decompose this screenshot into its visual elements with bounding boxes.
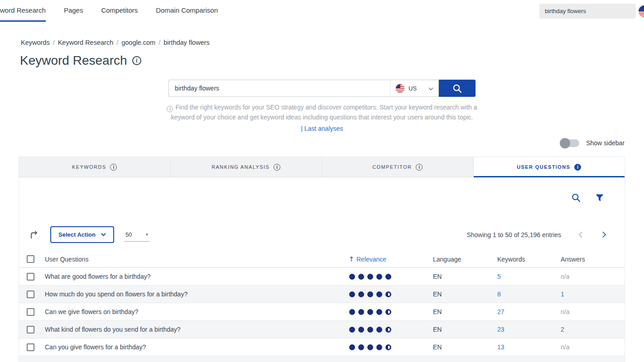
question-cell: Can you give flowers for a birthday? [45,343,349,351]
showing-entries-text: Showing 1 to 50 of 25,196 entries [466,231,561,238]
nav-item-pages[interactable]: Pages [64,0,83,22]
relevance-dot [349,344,355,350]
results-tabs: KEYWORDSRANKING ANALYSISCOMPETITORUSER Q… [19,157,625,177]
breadcrumb: Keywords/Keyword Research/google.com/bir… [21,39,644,46]
table-row: Can we give flowers on birthday?EN27n/a [19,303,625,321]
show-sidebar-label: Show sidebar [586,139,625,147]
country-code: US [409,85,417,92]
keywords-count-link[interactable]: 5 [497,273,501,280]
table-row: What are good flowers for a birthday?EN5… [19,268,625,286]
export-icon[interactable] [29,231,38,239]
page-title: Keyword Research [20,53,644,68]
relevance-dot [349,309,355,315]
relevance-dot [358,274,364,280]
keyword-input[interactable] [168,80,390,97]
tab-ranking-analysis[interactable]: RANKING ANALYSIS [171,157,322,177]
answers-value: n/a [561,308,569,315]
language-cell: EN [433,308,497,315]
tab-user-questions[interactable]: USER QUESTIONS [474,157,625,177]
nav-item-domain-comparison[interactable]: Domain Comparison [156,0,218,22]
search-button[interactable] [439,80,476,97]
row-checkbox[interactable] [27,308,34,316]
filter-icon[interactable] [596,194,604,202]
row-checkbox[interactable] [27,326,34,333]
column-header-language[interactable]: Language [433,256,497,263]
last-analyses-link[interactable]: | Last analyses [0,125,644,132]
answers-count-link[interactable]: 1 [561,291,564,298]
language-cell: EN [433,291,497,298]
chevron-down-icon [428,84,433,92]
topnav-search-input[interactable] [539,4,636,19]
keywords-count-link[interactable]: 13 [497,343,505,351]
row-checkbox[interactable] [27,273,34,281]
top-nav: word ResearchPagesCompetitorsDomain Comp… [0,0,644,22]
info-icon[interactable] [132,56,141,65]
answers-value: n/a [561,343,569,351]
relevance-cell [349,327,433,333]
table-toolbar: Select Action 50 ▾ Showing 1 to 50 of 25… [19,226,625,243]
table-row-partial [19,356,625,362]
relevance-dot [376,291,382,297]
answers-value: n/a [561,273,569,280]
next-page-icon[interactable] [602,231,606,238]
relevance-dot [385,344,391,350]
relevance-dot [367,274,373,280]
relevance-dot [367,327,373,333]
question-cell: What kind of flowers do you send for a b… [45,326,349,333]
relevance-dot [376,309,382,315]
tab-label: USER QUESTIONS [517,164,570,170]
breadcrumb-item-google-com[interactable]: google.com [121,39,155,46]
keyword-search-form: US [0,80,644,97]
question-cell: What are good flowers for a birthday? [45,273,349,280]
select-all-checkbox[interactable] [27,255,34,263]
table-search-icon[interactable] [572,193,581,202]
relevance-dot [358,344,364,350]
relevance-dot [349,274,355,280]
country-select[interactable]: US [390,80,439,97]
language-cell: EN [433,273,497,280]
nav-item-word-research[interactable]: word Research [0,0,46,22]
us-flag-icon [395,84,405,93]
tab-keywords[interactable]: KEYWORDS [19,157,171,177]
previous-page-icon[interactable] [578,231,583,238]
relevance-dot [358,327,364,333]
tab-label: KEYWORDS [72,164,106,170]
row-checkbox[interactable] [27,343,34,351]
table-row: How much do you spend on flowers for a b… [19,286,625,303]
language-cell: EN [433,326,497,333]
keywords-count-link[interactable]: 23 [497,326,505,333]
info-icon [110,164,117,171]
sort-asc-icon [349,256,354,262]
relevance-cell [349,309,433,315]
tab-competitor[interactable]: COMPETITOR [322,157,474,177]
us-flag-icon[interactable] [638,5,644,18]
show-sidebar-toggle[interactable] [560,139,579,147]
info-icon [416,164,423,171]
breadcrumb-separator: / [53,39,55,46]
keywords-count-link[interactable]: 27 [497,308,505,315]
breadcrumb-item-birthday-flowers[interactable]: birthday flowers [163,39,210,46]
table-body: What are good flowers for a birthday?EN5… [19,268,625,356]
question-cell: How much do you spend on flowers for a b… [45,291,349,298]
select-action-button[interactable]: Select Action [50,226,114,243]
relevance-dot [349,291,355,297]
breadcrumb-item-keyword-research[interactable]: Keyword Research [58,39,114,46]
page-size-select[interactable]: 50 ▾ [124,228,149,242]
row-checkbox[interactable] [27,291,34,298]
info-icon [167,106,173,112]
breadcrumb-item-keywords[interactable]: Keywords [21,39,50,46]
table-row: Can you give flowers for a birthday?EN13… [19,338,625,356]
column-header-relevance[interactable]: Relevance [349,256,386,263]
column-header-keywords[interactable]: Keywords [497,256,561,263]
results-card: KEYWORDSRANKING ANALYSISCOMPETITORUSER Q… [19,157,625,362]
relevance-dot [349,327,355,333]
info-icon [574,164,581,171]
question-cell: Can we give flowers on birthday? [45,308,349,315]
nav-item-competitors[interactable]: Competitors [101,0,138,22]
column-header-answers[interactable]: Answers [561,256,625,263]
relevance-dot [367,291,373,297]
caret-down-icon: ▾ [146,232,148,237]
answers-count-link[interactable]: 2 [561,326,564,333]
keywords-count-link[interactable]: 8 [497,291,501,298]
breadcrumb-separator: / [116,39,118,46]
